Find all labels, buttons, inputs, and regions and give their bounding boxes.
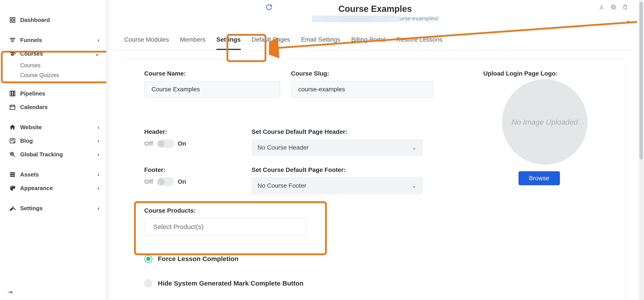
chevron-left-icon: ‹ bbox=[93, 124, 100, 131]
assets-icon bbox=[9, 171, 16, 178]
sidebar-collapse-icon[interactable]: ⇥ bbox=[8, 288, 12, 296]
graduation-cap-icon bbox=[9, 50, 16, 57]
browse-button[interactable]: Browse bbox=[518, 171, 560, 185]
tab-restore-lessons[interactable]: Restore Lessons bbox=[396, 36, 442, 50]
footer-toggle-wrap: Off On bbox=[144, 177, 238, 186]
course-products-placeholder: Select Product(s) bbox=[153, 223, 204, 230]
svg-rect-15 bbox=[10, 174, 15, 175]
header-select[interactable]: No Course Header ⌄ bbox=[252, 139, 422, 156]
download-icon[interactable] bbox=[598, 4, 604, 12]
chevron-left-icon: ‹ bbox=[93, 37, 100, 44]
palette-icon bbox=[9, 184, 16, 192]
chevron-down-icon: ⌄ bbox=[412, 182, 417, 189]
sidebar: Dashboard Funnels ‹ Courses ⌄ Courses Co… bbox=[0, 0, 106, 300]
course-products-select[interactable]: Select Product(s) bbox=[144, 218, 306, 236]
svg-rect-7 bbox=[10, 91, 12, 96]
svg-rect-5 bbox=[10, 40, 14, 40]
radio-force-completion[interactable] bbox=[144, 255, 152, 263]
tab-course-modules[interactable]: Course Modules bbox=[124, 36, 169, 50]
page-title: Course Examples bbox=[120, 4, 630, 14]
funnel-icon bbox=[9, 36, 16, 44]
svg-rect-8 bbox=[12, 91, 13, 96]
header-select-value: No Course Header bbox=[258, 144, 309, 151]
course-name-input[interactable] bbox=[144, 81, 280, 98]
sidebar-item-courses[interactable]: Courses ⌄ bbox=[0, 47, 106, 60]
sidebar-label: Course Quizzes bbox=[20, 72, 59, 78]
off-label: Off bbox=[144, 178, 153, 185]
radio-force-completion-row: Force Lesson Completion bbox=[144, 251, 606, 267]
sidebar-subitem-courses[interactable]: Courses bbox=[0, 60, 106, 70]
sidebar-item-assets[interactable]: Assets ‹ bbox=[0, 168, 106, 181]
collapse-caret-icon[interactable] bbox=[625, 19, 631, 27]
page-header: Course Examples urse-examples/ bbox=[109, 0, 641, 24]
sidebar-item-blog[interactable]: Blog ‹ bbox=[0, 134, 106, 148]
radio-hide-mark-complete[interactable] bbox=[144, 280, 152, 287]
main-content: Course Examples urse-examples/ bbox=[106, 0, 644, 300]
duplicate-icon[interactable] bbox=[610, 4, 616, 12]
header-actions bbox=[598, 4, 628, 12]
svg-rect-3 bbox=[13, 20, 15, 22]
footer-select-col: Set Course Default Page Footer: No Cours… bbox=[252, 166, 422, 194]
header-toggle[interactable] bbox=[156, 139, 174, 148]
chevron-down-icon: ⌄ bbox=[93, 50, 100, 57]
header-select-col: Set Course Default Page Header: No Cours… bbox=[252, 128, 422, 156]
sidebar-item-funnels[interactable]: Funnels ‹ bbox=[0, 33, 106, 47]
sidebar-label: Appearance bbox=[20, 185, 53, 192]
radio-force-completion-label: Force Lesson Completion bbox=[158, 255, 238, 262]
scrollbar-thumb[interactable] bbox=[640, 2, 643, 160]
sidebar-subitem-course-quizzes[interactable]: Course Quizzes bbox=[0, 70, 106, 80]
footer-section: Footer: Off On Set Course Default Page F… bbox=[144, 166, 429, 194]
tab-email-settings[interactable]: Email Settings bbox=[301, 36, 340, 50]
main-inner: Course Examples urse-examples/ bbox=[109, 0, 641, 300]
tab-default-pages[interactable]: Default Pages bbox=[252, 36, 290, 50]
header-label: Header: bbox=[144, 128, 238, 135]
chevron-left-icon: ‹ bbox=[93, 151, 100, 158]
app-root: Dashboard Funnels ‹ Courses ⌄ Courses Co… bbox=[0, 0, 644, 300]
sidebar-item-calendars[interactable]: Calendars bbox=[0, 100, 106, 114]
trash-icon[interactable] bbox=[622, 4, 628, 12]
footer-label: Footer: bbox=[144, 166, 238, 174]
sidebar-item-website[interactable]: Website ‹ bbox=[0, 120, 106, 134]
sidebar-label: Blog bbox=[20, 138, 33, 144]
footer-toggle[interactable] bbox=[156, 177, 174, 186]
sidebar-item-settings[interactable]: Settings ‹ bbox=[0, 202, 106, 215]
on-label: On bbox=[178, 140, 186, 147]
tools-icon bbox=[9, 204, 16, 212]
svg-rect-9 bbox=[14, 91, 15, 96]
chevron-left-icon: ‹ bbox=[93, 138, 100, 144]
settings-card: Course Name: Course Slug: Upload Login P… bbox=[124, 59, 626, 300]
tab-billing-portal[interactable]: Billing Portal bbox=[351, 36, 385, 50]
course-slug-input[interactable] bbox=[291, 81, 434, 98]
sidebar-item-pipelines[interactable]: Pipelines bbox=[0, 87, 106, 100]
pipelines-icon bbox=[9, 90, 16, 97]
svg-rect-17 bbox=[612, 6, 615, 9]
page-url: urse-examples/ bbox=[120, 15, 630, 22]
home-icon bbox=[9, 124, 16, 131]
scrollbar-track[interactable] bbox=[639, 0, 644, 300]
radio-options: Force Lesson Completion Hide System Gene… bbox=[144, 251, 606, 291]
footer-select[interactable]: No Course Footer ⌄ bbox=[252, 177, 422, 194]
radio-hide-mark-complete-row: Hide System Generated Mark Complete Butt… bbox=[144, 276, 606, 291]
sidebar-item-global-tracking[interactable]: Global Tracking ‹ bbox=[0, 148, 106, 161]
tabs-row: Course Modules Members Settings Default … bbox=[109, 28, 641, 50]
tab-settings[interactable]: Settings bbox=[216, 36, 240, 50]
tab-members[interactable]: Members bbox=[180, 36, 206, 50]
redacted-url-prefix bbox=[312, 16, 400, 22]
svg-rect-16 bbox=[10, 176, 15, 177]
sidebar-item-dashboard[interactable]: Dashboard bbox=[0, 13, 106, 27]
sidebar-label: Courses bbox=[20, 62, 40, 68]
set-header-label: Set Course Default Page Header: bbox=[252, 128, 422, 135]
on-label: On bbox=[178, 178, 186, 185]
sidebar-label: Settings bbox=[20, 205, 43, 212]
radio-hide-mark-complete-label: Hide System Generated Mark Complete Butt… bbox=[158, 280, 304, 287]
refresh-icon[interactable] bbox=[266, 4, 272, 12]
sidebar-item-appearance[interactable]: Appearance ‹ bbox=[0, 181, 106, 195]
set-footer-label: Set Course Default Page Footer: bbox=[252, 166, 422, 174]
svg-rect-0 bbox=[10, 18, 12, 20]
chevron-left-icon: ‹ bbox=[93, 171, 100, 178]
svg-rect-18 bbox=[611, 5, 614, 8]
sidebar-label: Dashboard bbox=[20, 17, 50, 24]
tracking-icon bbox=[9, 151, 16, 158]
sidebar-label: Global Tracking bbox=[20, 151, 63, 158]
sidebar-label: Pipelines bbox=[20, 90, 45, 97]
